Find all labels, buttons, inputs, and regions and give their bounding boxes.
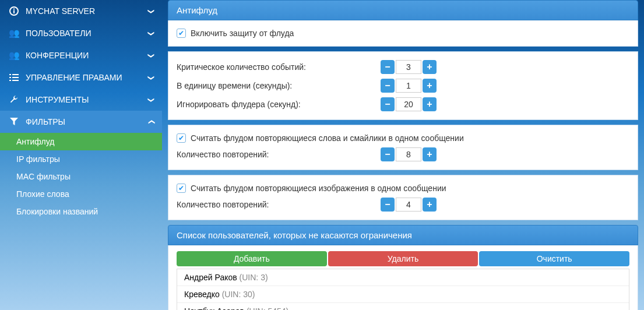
chevron-down-icon: ❯ [147, 31, 155, 36]
chevron-down-icon: ❯ [147, 97, 155, 103]
delete-button[interactable]: Удалить [328, 251, 478, 266]
user-name: Креведко [184, 290, 220, 299]
nav-label: ИНСТРУМЕНТЫ [26, 95, 89, 104]
minus-button[interactable]: − [381, 60, 395, 74]
repeat-words-label: Считать флудом повторяющиеся слова и сма… [191, 133, 464, 143]
svg-rect-6 [12, 77, 19, 78]
wrench-icon [8, 94, 20, 105]
sidebar-item-label: IP фильтры [16, 154, 60, 164]
exclusions-title: Список пользователей, которых не касаютс… [168, 225, 638, 245]
nav-conferences[interactable]: 👥 КОНФЕРЕНЦИИ ❯ [0, 44, 162, 66]
ignore-seconds-value[interactable]: 20 [396, 97, 421, 111]
nav-rights[interactable]: УПРАВЛЕНИЕ ПРАВАМИ ❯ [0, 66, 162, 89]
nav-tools[interactable]: ИНСТРУМЕНТЫ ❯ [0, 89, 162, 111]
user-exclusion-list: Андрей Раков (UIN: 3) Креведко (UIN: 30)… [177, 269, 629, 310]
plus-button[interactable]: + [423, 79, 437, 93]
sidebar-item-mac-filters[interactable]: MAC фильтры [0, 168, 162, 185]
nav-mychat-server[interactable]: MYCHAT SERVER ❯ [0, 0, 162, 22]
repeat-images-checkbox[interactable] [177, 184, 186, 193]
svg-rect-3 [9, 74, 11, 75]
clear-button[interactable]: Очистить [479, 251, 629, 266]
repeat-words-count-label: Количество повторений: [177, 150, 381, 159]
svg-rect-4 [12, 74, 19, 75]
list-item[interactable]: Креведко (UIN: 30) [177, 286, 629, 303]
nav-label: MYCHAT SERVER [26, 6, 95, 16]
critical-events-value[interactable]: 3 [396, 60, 421, 74]
nav-label: КОНФЕРЕНЦИИ [26, 51, 89, 60]
minus-button[interactable]: − [381, 198, 395, 212]
plus-button[interactable]: + [423, 147, 437, 161]
nav-label: УПРАВЛЕНИЕ ПРАВАМИ [26, 73, 122, 82]
user-uin: (UIN: 30) [222, 290, 255, 299]
svg-rect-8 [12, 80, 19, 81]
time-unit-label: В единицу времени (секунды): [177, 81, 381, 90]
chevron-down-icon: ❯ [147, 53, 155, 58]
minus-button[interactable]: − [381, 97, 395, 111]
sidebar-item-label: Антифлуд [16, 137, 54, 146]
minus-button[interactable]: − [381, 79, 395, 93]
svg-rect-1 [13, 10, 15, 14]
users-icon: 👥 [8, 50, 20, 61]
nav-filters[interactable]: ФИЛЬТРЫ ❯ [0, 111, 162, 133]
list-item[interactable]: Андрей Раков (UIN: 3) [177, 269, 629, 286]
page-title: Антифлуд [168, 0, 638, 20]
nav-label: ФИЛЬТРЫ [26, 117, 65, 126]
repeat-images-value[interactable]: 4 [396, 198, 421, 212]
sidebar-item-label: MAC фильтры [16, 172, 71, 181]
plus-button[interactable]: + [423, 60, 437, 74]
nav-users[interactable]: 👥 ПОЛЬЗОВАТЕЛИ ❯ [0, 22, 162, 44]
user-name: Ноутбук Асеров [184, 307, 244, 310]
sidebar-item-label: Блокировки названий [16, 207, 98, 216]
sidebar-item-bad-words[interactable]: Плохие слова [0, 185, 162, 203]
enable-flood-label: Включить защиту от флуда [191, 29, 294, 38]
minus-button[interactable]: − [381, 147, 395, 161]
svg-rect-2 [13, 9, 15, 10]
user-uin: (UIN: 3) [240, 273, 268, 282]
list-icon [8, 72, 20, 83]
repeat-words-stepper: − 8 + [381, 147, 437, 161]
repeat-images-count-label: Количество повторений: [177, 200, 381, 209]
chevron-down-icon: ❯ [147, 9, 155, 14]
filter-icon [8, 116, 20, 128]
list-item[interactable]: Ноутбук Асеров (UIN: 5454) [177, 303, 629, 310]
plus-button[interactable]: + [423, 97, 437, 111]
plus-button[interactable]: + [423, 198, 437, 212]
critical-events-stepper: − 3 + [381, 60, 437, 74]
ignore-seconds-label: Игнорировать флудера (секунд): [177, 100, 381, 109]
user-name: Андрей Раков [184, 273, 237, 282]
main-content: Антифлуд Включить защиту от флуда Критич… [162, 0, 644, 310]
repeat-words-checkbox[interactable] [177, 133, 186, 143]
repeat-words-value[interactable]: 8 [396, 147, 421, 161]
nav-label: ПОЛЬЗОВАТЕЛИ [26, 29, 91, 38]
users-icon: 👥 [8, 27, 20, 39]
sidebar-item-name-blocks[interactable]: Блокировки названий [0, 203, 162, 220]
svg-rect-5 [9, 77, 11, 78]
svg-rect-7 [9, 80, 11, 81]
sidebar: MYCHAT SERVER ❯ 👥 ПОЛЬЗОВАТЕЛИ ❯ 👥 КОНФЕ… [0, 0, 162, 310]
critical-events-label: Критическое количество событий: [177, 62, 381, 72]
ignore-seconds-stepper: − 20 + [381, 97, 437, 111]
enable-flood-checkbox[interactable] [177, 29, 186, 38]
time-unit-value[interactable]: 1 [396, 79, 421, 93]
repeat-images-label: Считать флудом повторяющиеся изображения… [191, 184, 446, 193]
info-icon [8, 5, 20, 17]
sidebar-item-label: Плохие слова [16, 189, 69, 199]
user-uin: (UIN: 5454) [247, 307, 288, 310]
repeat-images-stepper: − 4 + [381, 198, 437, 212]
time-unit-stepper: − 1 + [381, 79, 437, 93]
add-button[interactable]: Добавить [177, 251, 327, 266]
sidebar-item-antiflood[interactable]: Антифлуд [0, 133, 162, 150]
chevron-up-icon: ❯ [147, 119, 155, 125]
sidebar-item-ip-filters[interactable]: IP фильтры [0, 150, 162, 168]
chevron-down-icon: ❯ [147, 75, 155, 80]
